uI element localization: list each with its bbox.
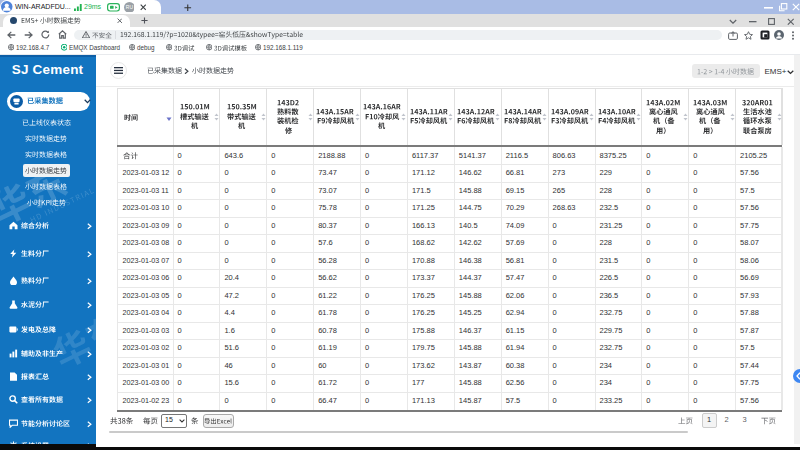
- svg-text:RU: RU: [125, 4, 133, 10]
